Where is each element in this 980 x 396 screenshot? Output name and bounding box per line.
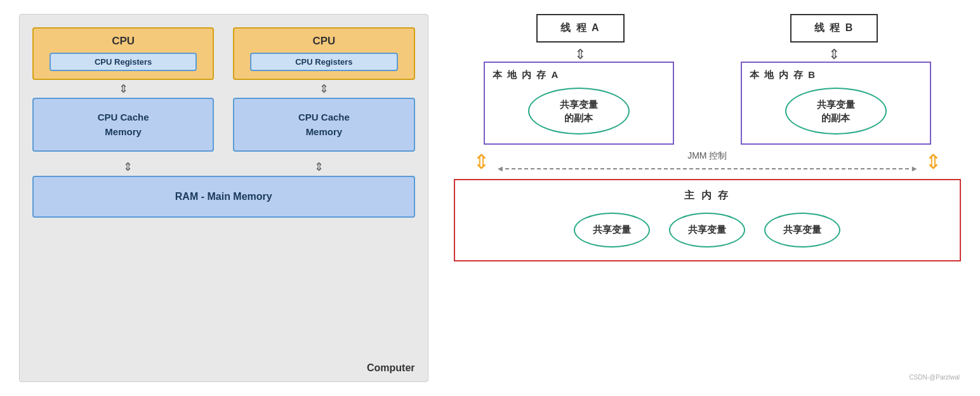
- ram-block: RAM - Main Memory: [32, 176, 415, 218]
- main-shared-var3: 共享变量: [764, 213, 840, 248]
- cpu2-title: CPU: [312, 35, 335, 48]
- shared-copy-a-line1: 共享变量: [560, 98, 598, 111]
- cpu2-cache-label: CPU Cache Memory: [298, 112, 350, 137]
- thread-a-box: 线 程 A: [536, 14, 624, 43]
- jmm-arrow-left: ◄: [496, 164, 505, 173]
- jmm-label: JMM 控制: [687, 150, 727, 162]
- local-mem-a-label: 本 地 内 存 A: [493, 69, 560, 81]
- jmm-dotted-line: [505, 168, 909, 169]
- cpu1-registers: CPU Registers: [50, 53, 197, 71]
- thread-a-arrow: ⇕: [574, 48, 586, 62]
- local-mem-b-label: 本 地 内 存 B: [750, 69, 817, 81]
- threads-row: 线 程 A 线 程 B: [454, 14, 961, 43]
- cpu1-block: CPU CPU Registers ⇕ CPU Cache Memory: [32, 27, 214, 152]
- cpu1-cache: CPU Cache Memory: [32, 98, 214, 152]
- main-shared-var2: 共享变量: [669, 213, 745, 248]
- jmm-row: ⇕ JMM 控制 ◄ ► ⇕: [454, 150, 961, 174]
- cpu2-registers: CPU Registers: [250, 53, 397, 71]
- jmm-line-container: JMM 控制 ◄ ►: [496, 150, 918, 173]
- computer-label: Computer: [367, 362, 415, 374]
- cpus-row: CPU CPU Registers ⇕ CPU Cache Memory CPU…: [32, 27, 415, 152]
- main-mem-box: 主 内 存 共享变量 共享变量 共享变量: [454, 179, 961, 261]
- shared-copy-b-line1: 共享变量: [817, 98, 855, 111]
- local-a-main-arrow: ⇕: [473, 150, 490, 174]
- cpu1-title: CPU: [112, 35, 135, 48]
- shared-copy-a-oval: 共享变量 的副本: [528, 88, 630, 135]
- cpu2-reg-cache-arrow: ⇕: [319, 80, 329, 98]
- main-mem-ovals-row: 共享变量 共享变量 共享变量: [574, 213, 840, 248]
- cpu1-cache-label: CPU Cache Memory: [98, 112, 149, 137]
- cpu1-outer: CPU CPU Registers: [32, 27, 214, 80]
- local-mem-b-box: 本 地 内 存 B 共享变量 的副本: [741, 62, 931, 145]
- main-shared-var1: 共享变量: [574, 213, 650, 248]
- local-mem-a-box: 本 地 内 存 A 共享变量 的副本: [484, 62, 674, 145]
- shared-copy-b-line2: 的副本: [821, 111, 850, 124]
- thread-local-arrows: ⇕ ⇕: [454, 48, 961, 62]
- shared-copy-a-line2: 的副本: [564, 111, 593, 124]
- left-diagram: CPU CPU Registers ⇕ CPU Cache Memory CPU…: [19, 14, 428, 382]
- thread-b-arrow: ⇕: [828, 48, 840, 62]
- local-b-main-arrow: ⇕: [925, 150, 942, 174]
- right-diagram: 线 程 A 线 程 B ⇕ ⇕ 本 地 内 存 A 共享变量 的副本 本 地 内…: [454, 14, 961, 382]
- cpu2-block: CPU CPU Registers ⇕ CPU Cache Memory: [233, 27, 414, 152]
- cpu1-reg-cache-arrow: ⇕: [119, 80, 128, 98]
- main-mem-label: 主 内 存: [684, 189, 730, 202]
- cpu2-outer: CPU CPU Registers: [233, 27, 414, 80]
- jmm-arrow-right: ►: [910, 164, 918, 173]
- watermark: CSDN-@Parzlwal: [909, 374, 960, 381]
- cache-ram-arrows: ⇕ ⇕: [32, 158, 415, 176]
- cpu2-cache: CPU Cache Memory: [233, 98, 414, 152]
- thread-b-box: 线 程 B: [790, 14, 878, 43]
- local-mem-row: 本 地 内 存 A 共享变量 的副本 本 地 内 存 B 共享变量 的副本: [454, 62, 961, 145]
- shared-copy-b-oval: 共享变量 的副本: [785, 88, 887, 135]
